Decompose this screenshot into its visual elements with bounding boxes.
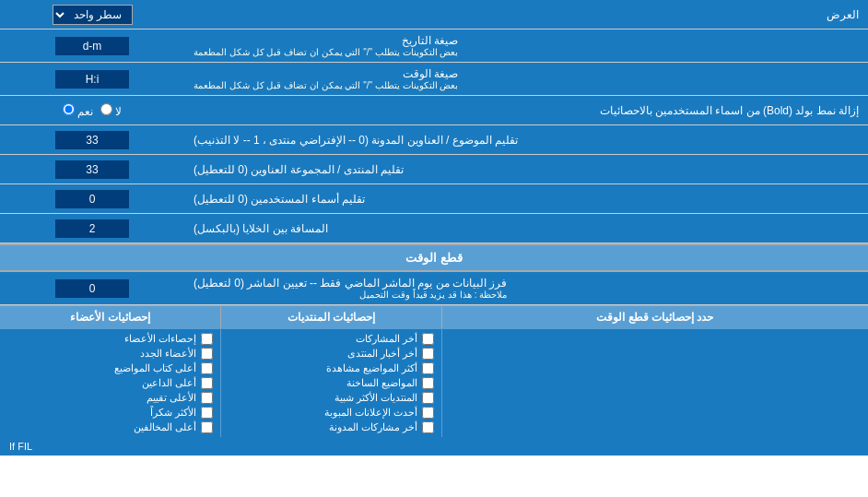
if-fil-row: If FIL	[0, 437, 868, 456]
time-format-row: صيغة الوقت بعض التكوينات يتطلب "/" التي …	[0, 63, 868, 96]
bold-no-label: لا	[100, 103, 122, 118]
bold-no-text: لا	[115, 105, 122, 118]
top-row-label: العرض	[184, 4, 868, 26]
cutoff-section-title: قطع الوقت	[0, 243, 868, 272]
forum-stats-col: أخر المشاركات أخر أخبار المنتدى أكثر الم…	[220, 329, 441, 437]
member-stat-label-top: إحصاءات الأعضاء	[124, 333, 196, 345]
forum-stat-label-0: أخر المشاركات	[356, 333, 417, 345]
forum-stat-check-0[interactable]	[422, 333, 434, 345]
stats-section-label: حدد إحصائيات قطع الوقت	[596, 311, 713, 324]
forum-stat-item-4: المنتديات الأكثر شبية	[229, 392, 434, 404]
forum-stat-check-5[interactable]	[422, 407, 434, 419]
cutoff-days-label: فرز البيانات من يوم الماشر الماضي فقط --…	[184, 272, 868, 304]
cell-padding-label: المسافة بين الخلايا (بالبكسل)	[184, 214, 868, 243]
member-stat-item-0: إحصاءات الأعضاء	[7, 333, 213, 345]
bold-yes-label: نعم	[63, 103, 93, 118]
forum-stat-check-2[interactable]	[422, 362, 434, 374]
col2-header: إحصائيات المنتديات	[220, 306, 441, 328]
time-format-main-label: صيغة الوقت	[194, 67, 458, 80]
top-row: العرض سطر واحد	[0, 0, 868, 30]
forum-stat-item-3: المواضيع الساخنة	[229, 377, 434, 389]
cell-padding-input[interactable]	[55, 219, 129, 238]
time-format-sublabel: بعض التكوينات يتطلب "/" التي يمكن ان تضا…	[194, 80, 458, 90]
forum-stat-item-6: أخر مشاركات المدونة	[229, 421, 434, 433]
date-format-row: صيغة التاريخ بعض التكوينات يتطلب "/" الت…	[0, 30, 868, 63]
member-stat-item-2: أعلى كتاب المواضيع	[7, 362, 213, 374]
time-format-input[interactable]	[55, 70, 129, 89]
member-stat-label-5: أعلى المخالفين	[134, 421, 196, 433]
title-trim-input[interactable]	[55, 131, 129, 149]
bold-yes-radio[interactable]	[63, 103, 75, 115]
if-fil-text: If FIL	[9, 441, 32, 452]
col1-header: حدد إحصائيات قطع الوقت	[441, 306, 868, 328]
bottom-content-row: أخر المشاركات أخر أخبار المنتدى أكثر الم…	[0, 329, 868, 437]
cutoff-days-row: فرز البيانات من يوم الماشر الماضي فقط --…	[0, 272, 868, 305]
forum-stat-check-6[interactable]	[422, 421, 434, 433]
forum-stat-check-3[interactable]	[422, 377, 434, 389]
col3-header: إحصائيات الأعضاء	[0, 306, 220, 328]
users-trim-row: تقليم أسماء المستخدمين (0 للتعطيل)	[0, 184, 868, 214]
forum-trim-input-container	[0, 155, 184, 183]
stats-left-col	[441, 329, 868, 437]
cutoff-days-main-label: فرز البيانات من يوم الماشر الماضي فقط --…	[194, 277, 507, 290]
date-format-label: صيغة التاريخ بعض التكوينات يتطلب "/" الت…	[184, 30, 868, 62]
users-trim-label: تقليم أسماء المستخدمين (0 للتعطيل)	[184, 184, 868, 213]
forum-stat-label-2: أكثر المواضيع مشاهدة	[326, 362, 417, 374]
date-format-main-label: صيغة التاريخ	[194, 34, 458, 47]
title-trim-label: تقليم الموضوع / العناوين المدونة (0 -- ا…	[184, 125, 868, 154]
forum-stat-check-4[interactable]	[422, 392, 434, 404]
bold-no-radio[interactable]	[100, 103, 112, 115]
forum-trim-row: تقليم المنتدى / المجموعة العناوين (0 للت…	[0, 155, 868, 184]
member-stat-item-3: أعلى الداعين	[7, 377, 213, 389]
forum-stat-label-5: أحدث الإعلانات المبوبة	[324, 407, 417, 419]
member-stat-label-2: أعلى الداعين	[142, 377, 196, 389]
date-format-input[interactable]	[55, 37, 129, 55]
bold-yes-text: نعم	[77, 105, 93, 118]
forum-stat-item-5: أحدث الإعلانات المبوبة	[229, 407, 434, 419]
forum-stat-item-1: أخر أخبار المنتدى	[229, 348, 434, 360]
users-trim-input-container	[0, 184, 184, 213]
member-stat-label-0: الأعضاء الجدد	[140, 348, 196, 360]
users-trim-input[interactable]	[55, 190, 129, 208]
main-container: العرض سطر واحد صيغة التاريخ بعض التكوينا…	[0, 0, 868, 456]
member-stat-item-5: الأكثر شكراً	[7, 407, 213, 419]
member-stat-check-4[interactable]	[201, 392, 213, 404]
forum-stat-label-6: أخر مشاركات المدونة	[329, 421, 417, 433]
bottom-stats-section: حدد إحصائيات قطع الوقت إحصائيات المنتديا…	[0, 305, 868, 437]
bold-remove-radios: نعم لا	[0, 101, 184, 121]
date-format-input-container	[0, 30, 184, 62]
forum-stat-check-1[interactable]	[422, 348, 434, 360]
bottom-header-row: حدد إحصائيات قطع الوقت إحصائيات المنتديا…	[0, 306, 868, 329]
time-format-input-container	[0, 63, 184, 95]
member-stat-check-3[interactable]	[201, 377, 213, 389]
top-row-input: سطر واحد	[0, 2, 184, 28]
member-stat-item-4: الأعلى تقييم	[7, 392, 213, 404]
cell-padding-row: المسافة بين الخلايا (بالبكسل)	[0, 214, 868, 243]
forum-trim-input[interactable]	[55, 160, 129, 179]
date-format-sublabel: بعض التكوينات يتطلب "/" التي يمكن ان تضا…	[194, 47, 458, 57]
cutoff-days-input[interactable]	[55, 279, 129, 298]
member-stat-label-4: الأكثر شكراً	[150, 407, 196, 419]
member-stat-item-1: الأعضاء الجدد	[7, 348, 213, 360]
member-stat-label-1: أعلى كتاب المواضيع	[114, 362, 196, 374]
member-stat-check-2[interactable]	[201, 362, 213, 374]
member-stat-item-6: أعلى المخالفين	[7, 421, 213, 433]
member-stat-check-0[interactable]	[201, 333, 213, 345]
forum-stat-label-1: أخر أخبار المنتدى	[347, 348, 417, 360]
cell-padding-input-container	[0, 214, 184, 243]
time-format-label: صيغة الوقت بعض التكوينات يتطلب "/" التي …	[184, 63, 868, 95]
forum-stat-label-4: المنتديات الأكثر شبية	[334, 392, 417, 404]
member-stat-label-3: الأعلى تقييم	[147, 392, 196, 404]
cutoff-days-note: ملاحظة : هذا قد يزيد قيداً وقت التحميل	[194, 290, 507, 300]
member-stats-col: إحصاءات الأعضاء الأعضاء الجدد أعلى كتاب …	[0, 329, 220, 437]
member-stat-check-6[interactable]	[201, 421, 213, 433]
display-dropdown[interactable]: سطر واحد	[53, 5, 133, 25]
bold-remove-row: إزالة نمط بولد (Bold) من اسماء المستخدمي…	[0, 96, 868, 125]
forum-stat-item-2: أكثر المواضيع مشاهدة	[229, 362, 434, 374]
member-stat-check-5[interactable]	[201, 407, 213, 419]
title-trim-input-container	[0, 125, 184, 154]
cutoff-days-input-container	[0, 272, 184, 304]
bold-remove-label: إزالة نمط بولد (Bold) من اسماء المستخدمي…	[184, 100, 868, 122]
member-stat-check-1[interactable]	[201, 348, 213, 360]
title-trim-row: تقليم الموضوع / العناوين المدونة (0 -- ا…	[0, 125, 868, 155]
